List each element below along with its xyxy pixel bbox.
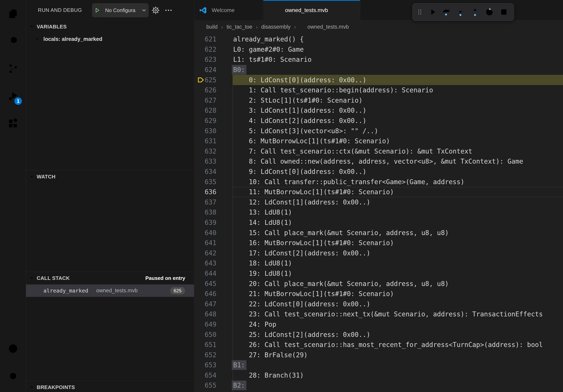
code-line[interactable]: 646 21: MutBorrowLoc[1](ts#1#0: Scenario…: [194, 289, 563, 299]
code-line-gutter[interactable]: 622: [194, 44, 223, 55]
code-line-gutter[interactable]: 650: [194, 329, 223, 340]
code-line[interactable]: 645 20: Call place_mark(&mut Scenario, a…: [194, 278, 563, 289]
code-line[interactable]: 639 14: LdU8(1): [194, 218, 563, 228]
code-line-gutter[interactable]: 646: [194, 289, 223, 299]
code-line[interactable]: 651 26: Call test_scenario::has_most_rec…: [194, 340, 563, 350]
code-line-gutter[interactable]: 633: [194, 156, 223, 167]
breadcrumb-item[interactable]: build: [206, 24, 218, 30]
start-debugging-button[interactable]: [92, 3, 102, 17]
code-line-gutter[interactable]: 654: [194, 370, 223, 380]
code-line[interactable]: 653 B1:: [194, 360, 563, 370]
code-line-gutter[interactable]: 644: [194, 268, 223, 279]
code-line-gutter[interactable]: 634: [194, 167, 223, 177]
step-into-button[interactable]: [453, 5, 468, 19]
code-line[interactable]: 624 B0:: [194, 65, 563, 75]
code-line-gutter[interactable]: 629: [194, 116, 223, 126]
code-line[interactable]: 650 25: LdConst[2](address: 0x00..): [194, 329, 563, 340]
tab-owned-tests-mvb[interactable]: owned_tests.mvb: [263, 0, 360, 21]
code-line[interactable]: 654 28: Branch(31): [194, 370, 563, 380]
code-line-gutter[interactable]: 628: [194, 105, 223, 116]
code-line[interactable]: 636 11: MutBorrowLoc[1](ts#1#0: Scenario…: [194, 187, 563, 197]
code-line[interactable]: 643 18: LdU8(1): [194, 258, 563, 268]
code-line-gutter[interactable]: 627: [194, 95, 223, 105]
code-line[interactable]: 631 6: MutBorrowLoc[1](ts#1#0: Scenario): [194, 136, 563, 146]
code-line-gutter[interactable]: 623: [194, 54, 223, 65]
code-line-gutter[interactable]: 625: [194, 75, 223, 85]
tab-welcome[interactable]: Welcome: [195, 0, 263, 20]
activity-item-explorer[interactable]: [0, 0, 26, 27]
variables-locals-scope[interactable]: locals: already_marked: [26, 33, 194, 45]
code-line[interactable]: 655 B2:: [194, 380, 563, 391]
code-line-gutter[interactable]: 637: [194, 197, 223, 208]
code-line[interactable]: 627 2: StLoc[1](ts#1#0: Scenario): [194, 95, 563, 105]
breadcrumb-item[interactable]: tic_tac_toe: [227, 24, 252, 30]
code-line-gutter[interactable]: 642: [194, 248, 223, 258]
debug-configuration-dropdown[interactable]: No Configura: [92, 3, 149, 17]
code-line-gutter[interactable]: 649: [194, 319, 223, 330]
code-line[interactable]: 637 12: LdConst[1](address: 0x00..): [194, 197, 563, 208]
code-line[interactable]: 635 10: Call transfer::public_transfer<G…: [194, 177, 563, 187]
code-line-gutter[interactable]: 648: [194, 309, 223, 319]
code-line-gutter[interactable]: 632: [194, 146, 223, 157]
code-line[interactable]: 647 22: LdConst[0](address: 0x00..): [194, 299, 563, 309]
code-line[interactable]: 648 23: Call test_scenario::next_tx(&mut…: [194, 309, 563, 319]
code-line[interactable]: 652 27: BrFalse(29): [194, 350, 563, 360]
code-line-gutter[interactable]: 645: [194, 278, 223, 289]
variables-section-header[interactable]: VARIABLES: [26, 20, 194, 33]
code-line[interactable]: 629 4: LdConst[2](address: 0x00..): [194, 116, 563, 126]
code-line[interactable]: 640 15: Call place_mark(&mut Scenario, a…: [194, 228, 563, 238]
code-line[interactable]: 623 L1: ts#1#0: Scenario: [194, 54, 563, 65]
debug-settings-gear-icon[interactable]: [151, 6, 160, 15]
code-line-gutter[interactable]: 638: [194, 207, 223, 218]
activity-item-search[interactable]: [0, 27, 26, 55]
code-line[interactable]: 628 3: LdConst[1](address: 0x00..): [194, 105, 563, 116]
code-line[interactable]: 644 19: LdU8(1): [194, 268, 563, 279]
activity-item-run-and-debug[interactable]: 1: [0, 82, 26, 110]
activity-item-source-control[interactable]: [0, 55, 26, 82]
code-line-gutter[interactable]: 641: [194, 238, 223, 248]
code-line[interactable]: 634 9: LdConst[0](address: 0x00..): [194, 167, 563, 177]
restart-button[interactable]: [482, 5, 497, 19]
step-over-button[interactable]: [439, 5, 453, 19]
code-line-gutter[interactable]: 640: [194, 228, 223, 238]
activity-item-settings[interactable]: [0, 362, 26, 390]
activity-item-accounts[interactable]: [0, 335, 26, 362]
code-line-gutter[interactable]: 624: [194, 65, 223, 75]
code-line[interactable]: 649 24: Pop: [194, 319, 563, 330]
watch-section-header[interactable]: WATCH: [26, 170, 194, 183]
code-line-gutter[interactable]: 651: [194, 340, 223, 350]
code-line-gutter[interactable]: 631: [194, 136, 223, 146]
close-icon[interactable]: [349, 7, 356, 14]
code-line-gutter[interactable]: 655: [194, 380, 223, 391]
code-line-gutter[interactable]: 653: [194, 360, 223, 370]
code-line[interactable]: 638 13: LdU8(1): [194, 207, 563, 218]
code-line-gutter[interactable]: 621: [194, 34, 223, 44]
step-out-button[interactable]: [468, 5, 482, 19]
code-line[interactable]: 642 17: LdConst[2](address: 0x00..): [194, 248, 563, 258]
continue-button[interactable]: [424, 5, 439, 19]
code-line[interactable]: 626 1: Call test_scenario::begin(address…: [194, 85, 563, 95]
breadcrumb-item[interactable]: disassembly: [261, 24, 291, 30]
stop-button[interactable]: [497, 5, 511, 19]
activity-item-extensions[interactable]: [0, 110, 26, 137]
more-actions-icon[interactable]: [164, 6, 173, 15]
call-stack-section-header[interactable]: CALL STACK Paused on entry: [26, 272, 194, 284]
code-line[interactable]: 632 7: Call test_scenario::ctx(&mut Scen…: [194, 146, 563, 157]
code-line-gutter[interactable]: 643: [194, 258, 223, 268]
code-line-gutter[interactable]: 635: [194, 177, 223, 187]
code-line-gutter[interactable]: 652: [194, 350, 223, 360]
code-line-gutter[interactable]: 647: [194, 299, 223, 309]
code-line-gutter[interactable]: 626: [194, 85, 223, 95]
code-line[interactable]: 622 L0: game#2#0: Game: [194, 44, 563, 55]
breadcrumb-item[interactable]: owned_tests.mvb: [299, 24, 349, 30]
debug-toolbar-drag-handle[interactable]: [415, 7, 424, 17]
code-line-gutter[interactable]: 639: [194, 218, 223, 228]
code-line[interactable]: 633 8: Call owned::new(address, address,…: [194, 156, 563, 167]
breakpoints-section-header[interactable]: BREAKPOINTS: [26, 381, 194, 392]
code-line-gutter[interactable]: 636: [194, 187, 223, 197]
code-line[interactable]: 621 already_marked() {: [194, 34, 563, 44]
code-line[interactable]: 630 5: LdConst[3](vector<u8>: "" /..): [194, 126, 563, 136]
code-line[interactable]: 625 0: LdConst[0](address: 0x00..): [194, 75, 563, 85]
code-line-gutter[interactable]: 630: [194, 126, 223, 136]
code-editor[interactable]: 621 already_marked() { 622 L0: game#2#0:…: [194, 34, 563, 392]
